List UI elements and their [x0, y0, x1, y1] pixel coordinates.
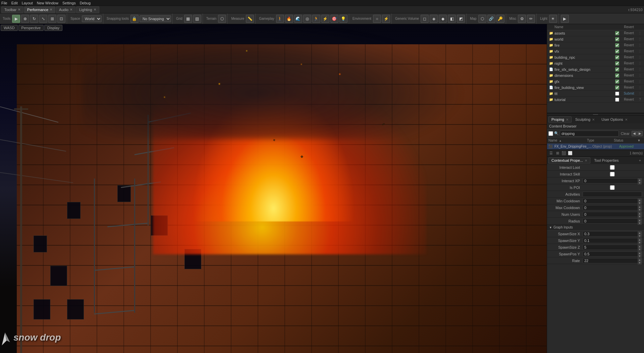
layer-item[interactable]: 📁 fire Revert ⋮: [547, 42, 644, 48]
layer-revert[interactable]: Revert: [621, 31, 637, 35]
radius-input[interactable]: [584, 219, 640, 223]
spawnsize-z-input[interactable]: [584, 245, 640, 249]
spawnsize-y-up[interactable]: ▲: [638, 238, 642, 241]
tab-toolbar[interactable]: Toolbar ✕: [1, 6, 23, 13]
map-btn1[interactable]: ⬡: [478, 15, 486, 23]
layer-checkbox[interactable]: [614, 98, 621, 102]
layer-checkbox[interactable]: [614, 31, 621, 35]
terrain-btn[interactable]: ⬡: [218, 15, 226, 23]
rate-up[interactable]: ▲: [638, 258, 642, 261]
menu-edit[interactable]: Edit: [11, 1, 18, 5]
spawnpos-y-input[interactable]: [584, 252, 640, 256]
interact-xp-down[interactable]: ▼: [638, 182, 642, 185]
content-tab-user-options[interactable]: User Options ✕: [598, 116, 630, 122]
layer-item[interactable]: 📁 dimensions Revert ⋮: [547, 72, 644, 79]
layer-more[interactable]: ⋮: [637, 43, 643, 47]
grid-btn2[interactable]: ▧: [193, 15, 201, 23]
gameplay-btn2[interactable]: 🔥: [285, 15, 293, 23]
layer-more[interactable]: ⋮: [637, 80, 643, 83]
spawnsize-y-down[interactable]: ▼: [638, 241, 642, 244]
num-users-up[interactable]: ▲: [638, 212, 642, 215]
viewport-tab-display[interactable]: Display: [44, 25, 62, 31]
layer-more[interactable]: ⋮: [637, 61, 643, 65]
layer-revert[interactable]: Revert: [621, 98, 637, 101]
min-cooldown-input[interactable]: [584, 199, 640, 203]
gameplay-btn5[interactable]: 🏃: [312, 15, 320, 23]
content-name-col-header[interactable]: Name ▲: [548, 139, 587, 142]
props-add-btn[interactable]: +: [637, 158, 643, 163]
tab-performance-close[interactable]: ✕: [50, 8, 52, 11]
tab-lighting[interactable]: Lighting ✕: [76, 6, 99, 13]
tool-snap-obj[interactable]: ⊡: [57, 15, 65, 23]
tool-pivot[interactable]: ⊞: [48, 15, 56, 23]
env-btn2[interactable]: ⚡: [382, 15, 390, 23]
env-btn1[interactable]: ○: [373, 15, 381, 23]
spawnsize-y-input[interactable]: [584, 239, 640, 243]
search-filter-checkbox[interactable]: [548, 131, 553, 136]
layer-checkbox[interactable]: [614, 61, 621, 65]
gameplay-btn3[interactable]: 🌊: [294, 15, 302, 23]
rate-input[interactable]: [584, 259, 640, 263]
menu-new-window[interactable]: New Window: [37, 1, 58, 5]
content-tab-proping-close[interactable]: ✕: [566, 118, 569, 121]
search-next[interactable]: ▶: [637, 131, 643, 136]
gv-btn3[interactable]: ◆: [439, 15, 447, 23]
space-select[interactable]: World Local: [82, 15, 102, 22]
search-prev[interactable]: ◀: [632, 131, 637, 136]
layer-checkbox[interactable]: [614, 92, 621, 96]
interact-loot-checkbox[interactable]: [584, 165, 641, 170]
layer-more[interactable]: ⋮: [637, 67, 643, 71]
layer-checkbox[interactable]: [614, 43, 621, 47]
gv-btn1[interactable]: ◻: [421, 15, 429, 23]
layer-item[interactable]: 📁 assets Revert ⋮: [547, 30, 644, 36]
graph-inputs-header[interactable]: ▼ Graph Inputs: [547, 224, 644, 231]
spawnsize-z-down[interactable]: ▼: [638, 248, 642, 251]
viewport-tab-wasd[interactable]: WASD: [1, 25, 18, 31]
snap-icon[interactable]: 🔒: [130, 15, 139, 23]
num-users-down[interactable]: ▼: [638, 215, 642, 218]
panel-resize-handle[interactable]: ━━━: [547, 113, 644, 116]
rate-down[interactable]: ▼: [638, 261, 642, 264]
spawnpos-y-down[interactable]: ▼: [638, 255, 642, 258]
layer-revert[interactable]: Revert: [621, 86, 637, 89]
snapping-select[interactable]: No Snapping Grid Snap: [140, 15, 171, 22]
content-tab-sculpting[interactable]: Sculpting ✕: [572, 116, 598, 122]
layer-item[interactable]: 📁 tutorial Revert ?: [547, 97, 644, 103]
spawnsize-x-up[interactable]: ▲: [638, 232, 642, 235]
num-users-input[interactable]: [584, 212, 640, 216]
search-clear-btn[interactable]: Clear: [620, 132, 631, 136]
spawnpos-y-up[interactable]: ▲: [638, 252, 642, 255]
content-tab-sculpting-close[interactable]: ✕: [592, 118, 595, 121]
layer-checkbox[interactable]: [614, 49, 621, 53]
tool-move[interactable]: ⊕: [21, 15, 29, 23]
tab-lighting-close[interactable]: ✕: [94, 8, 96, 11]
layer-more[interactable]: ⋮: [637, 31, 643, 35]
spawnsize-x-down[interactable]: ▼: [638, 235, 642, 238]
max-cooldown-input[interactable]: [584, 206, 640, 210]
layer-more[interactable]: ⋮: [637, 92, 643, 95]
layer-revert[interactable]: Revert: [621, 67, 637, 71]
layer-item[interactable]: 📁 night Revert ⋮: [547, 60, 644, 66]
misc-btn2[interactable]: ✏: [527, 15, 535, 23]
viewport-tab-perspective[interactable]: Perspective: [18, 25, 44, 31]
map-btn3[interactable]: 🔑: [496, 15, 504, 23]
layer-revert[interactable]: Revert: [621, 80, 637, 83]
layer-checkbox[interactable]: [614, 80, 621, 84]
gv-btn4[interactable]: ◧: [448, 15, 456, 23]
layer-checkbox[interactable]: [614, 37, 621, 41]
activities-input[interactable]: [584, 192, 640, 196]
content-tab-proping[interactable]: Proping ✕: [548, 116, 572, 122]
layer-revert[interactable]: Revert: [621, 43, 637, 47]
gameplay-btn8[interactable]: 💡: [339, 15, 347, 23]
layer-item[interactable]: 📄 fire_building_view Revert ⋮: [547, 85, 644, 91]
radius-down[interactable]: ▼: [638, 222, 642, 225]
interact-skill-checkbox[interactable]: [584, 172, 641, 176]
layer-checkbox[interactable]: [614, 73, 621, 78]
radius-up[interactable]: ▲: [638, 219, 642, 222]
layer-item[interactable]: 📁 building_npc Revert ⋮: [547, 54, 644, 60]
light-btn1[interactable]: ☀: [549, 15, 557, 23]
menu-settings[interactable]: Settings: [62, 1, 76, 5]
gameplay-btn6[interactable]: ⚡: [321, 15, 329, 23]
layer-revert[interactable]: Revert: [621, 49, 637, 53]
layer-more[interactable]: ⋮: [637, 49, 643, 53]
